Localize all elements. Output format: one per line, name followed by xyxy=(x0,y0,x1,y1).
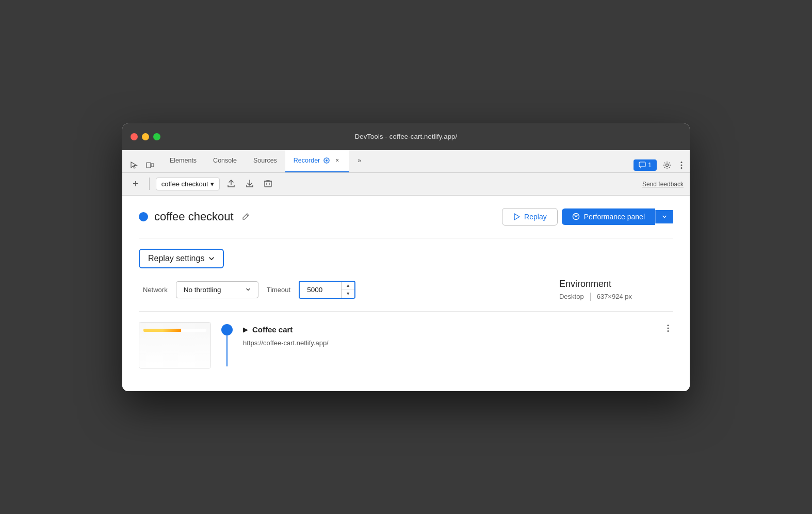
cursor-tool-button[interactable] xyxy=(126,158,141,172)
network-throttling-select[interactable]: No throttling xyxy=(176,281,258,298)
timeout-value-input[interactable] xyxy=(300,282,341,298)
tab-recorder[interactable]: Recorder × xyxy=(285,150,349,172)
export-button[interactable] xyxy=(224,176,238,191)
settings-controls: Network No throttling Timeout ▲ ▼ xyxy=(139,279,673,301)
tab-sources[interactable]: Sources xyxy=(245,150,285,172)
step-thumbnail xyxy=(139,322,211,368)
window-title: DevTools - coffee-cart.netlify.app/ xyxy=(355,133,458,140)
svg-point-17 xyxy=(668,330,669,332)
environment-divider xyxy=(590,293,591,301)
step-title-row: ▶ Coffee cart xyxy=(243,322,673,337)
new-recording-button[interactable]: + xyxy=(128,176,143,192)
toolbar-right: Send feedback xyxy=(642,179,684,188)
svg-point-14 xyxy=(575,216,576,217)
tab-elements-label: Elements xyxy=(170,157,197,164)
replay-button[interactable]: Replay xyxy=(502,208,558,226)
svg-rect-1 xyxy=(151,164,154,167)
titlebar: DevTools - coffee-cart.netlify.app/ xyxy=(122,123,690,150)
gear-icon xyxy=(663,161,671,169)
chevron-down-icon: ▾ xyxy=(210,180,214,188)
send-feedback-link[interactable]: Send feedback xyxy=(642,181,684,188)
step-more-icon xyxy=(667,324,669,332)
steps-section: ▶ Coffee cart https://coffee-cart.netlif xyxy=(139,312,673,379)
timeout-increment-button[interactable]: ▲ xyxy=(342,282,354,290)
tab-bar-right: 1 xyxy=(634,158,686,172)
recording-selector-button[interactable]: coffee checkout ▾ xyxy=(156,178,220,190)
minimize-button[interactable] xyxy=(142,133,149,140)
chat-icon xyxy=(639,162,646,169)
step-url: https://coffee-cart.netlify.app/ xyxy=(243,339,673,347)
step-title: Coffee cart xyxy=(252,325,293,334)
edit-recording-name-button[interactable] xyxy=(240,211,252,222)
recording-selector-name: coffee checkout xyxy=(161,180,208,188)
environment-type: Desktop xyxy=(559,293,584,300)
network-chevron-icon xyxy=(246,287,251,292)
tab-console-label: Console xyxy=(213,157,237,164)
step-thumbnail-inner xyxy=(139,323,210,368)
recording-header: coffee checkout Replay xyxy=(139,208,673,238)
maximize-button[interactable] xyxy=(153,133,160,140)
svg-rect-0 xyxy=(147,163,151,168)
import-button[interactable] xyxy=(242,176,257,191)
performance-panel-button-group: Performance panel xyxy=(562,208,673,225)
notifications-button[interactable]: 1 xyxy=(634,159,657,171)
device-toolbar-button[interactable] xyxy=(143,158,157,172)
step-thumbnail-bar xyxy=(143,329,206,332)
play-icon xyxy=(513,213,520,220)
close-recorder-tab-button[interactable]: × xyxy=(333,156,341,165)
toolbar-divider xyxy=(149,178,150,190)
tab-console[interactable]: Console xyxy=(205,150,245,172)
replay-button-label: Replay xyxy=(524,213,547,221)
step-item: ▶ Coffee cart https://coffee-cart.netlif xyxy=(139,322,673,368)
svg-point-7 xyxy=(681,164,683,166)
timeout-decrement-button[interactable]: ▼ xyxy=(342,290,354,298)
environment-section: Environment Desktop 637×924 px xyxy=(559,279,673,301)
environment-size: 637×924 px xyxy=(597,293,632,300)
tab-bar-left xyxy=(126,158,157,172)
devtools-window: DevTools - coffee-cart.netlify.app/ xyxy=(122,123,690,391)
replay-settings-section: Replay settings Network No throttling Ti… xyxy=(139,238,673,312)
svg-point-3 xyxy=(326,159,328,162)
timeout-spinners: ▲ ▼ xyxy=(341,282,354,298)
tab-elements[interactable]: Elements xyxy=(161,150,205,172)
step-info: ▶ Coffee cart https://coffee-cart.netlif xyxy=(243,322,673,347)
performance-panel-label: Performance panel xyxy=(584,213,645,221)
step-connector xyxy=(221,324,233,366)
svg-rect-4 xyxy=(639,162,645,167)
svg-point-16 xyxy=(668,327,669,329)
dropdown-chevron-icon xyxy=(662,214,667,219)
svg-rect-9 xyxy=(265,181,271,187)
step-expand-icon[interactable]: ▶ xyxy=(243,326,248,333)
step-line xyxy=(226,335,228,366)
network-label: Network xyxy=(143,286,168,294)
step-more-button[interactable] xyxy=(663,322,673,337)
traffic-lights xyxy=(131,133,160,140)
close-button[interactable] xyxy=(131,133,138,140)
recorder-icon xyxy=(323,157,330,164)
recording-status-dot xyxy=(139,212,148,221)
more-options-button[interactable] xyxy=(677,158,686,172)
recording-title: coffee checkout xyxy=(154,210,234,223)
main-content: coffee checkout Replay xyxy=(122,196,690,391)
svg-point-15 xyxy=(668,325,669,326)
export-icon xyxy=(227,180,235,188)
environment-title: Environment xyxy=(559,279,632,290)
timeout-label: Timeout xyxy=(267,286,290,294)
tab-bar: Elements Console Sources Recorder × » xyxy=(122,150,690,173)
trash-icon xyxy=(264,180,272,188)
settings-button[interactable] xyxy=(660,158,674,172)
svg-point-5 xyxy=(666,164,669,166)
tab-sources-label: Sources xyxy=(253,157,277,164)
settings-chevron-icon xyxy=(208,255,215,262)
recording-actions: Replay Performance panel xyxy=(502,208,673,226)
performance-panel-main-button[interactable]: Performance panel xyxy=(562,208,655,225)
delete-recording-button[interactable] xyxy=(261,176,275,191)
step-dot xyxy=(221,324,233,335)
performance-panel-dropdown-button[interactable] xyxy=(655,210,673,223)
performance-icon xyxy=(572,213,580,220)
replay-settings-toggle-button[interactable]: Replay settings xyxy=(139,249,224,268)
environment-details: Desktop 637×924 px xyxy=(559,293,632,301)
replay-settings-label: Replay settings xyxy=(148,254,204,263)
tab-recorder-label: Recorder xyxy=(294,157,320,164)
tab-more[interactable]: » xyxy=(349,150,369,172)
